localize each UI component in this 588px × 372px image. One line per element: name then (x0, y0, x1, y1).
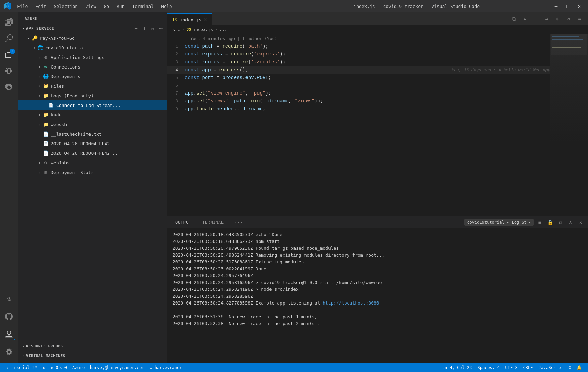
maximize-panel-button[interactable]: ∧ (566, 218, 575, 226)
localhost-link[interactable]: http://localhost:8080 (323, 300, 379, 306)
bell-icon: 🔔 (577, 365, 582, 370)
resource-groups-section[interactable]: › RESOURCE GROUPS (18, 341, 167, 351)
tab-index-js[interactable]: JS index.js ✕ (167, 13, 212, 25)
minimize-button[interactable]: ─ (551, 2, 561, 10)
sidebar-item-file2[interactable]: › 📄 2020_04_26_RD0004FFE42... (18, 148, 167, 158)
app-item[interactable]: ▾ 🌐 covid19tutorial (18, 43, 167, 52)
sidebar-item-deployments[interactable]: › 🌐 Deployments (18, 72, 167, 81)
new-item-button[interactable]: + (133, 25, 140, 32)
line-number-1: 1 (167, 43, 183, 50)
virtual-machines-section[interactable]: › VIRTUAL MACHINES (18, 351, 167, 360)
sidebar-item-kudu[interactable]: › 📁 kudu (18, 110, 167, 120)
sidebar-item-deployment-slots[interactable]: › ▦ Deployment Slots (18, 168, 167, 177)
line-content-9[interactable]: app.locale.header...dirname; (183, 105, 550, 113)
panel-output-content[interactable]: 2020-04-26T03:50:18.648350573Z echo "Don… (167, 228, 588, 363)
activity-debug[interactable] (1, 63, 17, 79)
breadcrumb-file[interactable]: index.js (193, 27, 213, 32)
menu-file[interactable]: File (14, 3, 31, 10)
close-panel-button[interactable]: ✕ (576, 218, 585, 226)
status-sync[interactable]: ↻ (40, 363, 48, 372)
menu-selection[interactable]: Selection (50, 3, 81, 10)
sidebar-item-webssh[interactable]: › 📁 webssh (18, 120, 167, 129)
line-content-4[interactable]: const app = express(); (183, 66, 438, 74)
line-content-8[interactable]: app.set("views", path.join(__dirname, "v… (183, 97, 550, 105)
lock-output-button[interactable]: 🔒 (545, 218, 554, 226)
status-azure[interactable]: Azure: harvey@harveyramer.com (70, 363, 147, 372)
breadcrumb-js-icon: JS (187, 27, 191, 32)
panel-more-button[interactable]: ··· (231, 219, 246, 226)
close-button[interactable]: ✕ (574, 2, 585, 10)
code-editor[interactable]: You, 4 minutes ago | 1 author (You) 1 co… (167, 34, 550, 216)
tab-terminal[interactable]: TERMINAL (197, 216, 229, 228)
breadcrumb-src[interactable]: src (172, 27, 180, 32)
sidebar-item-lastchecktime[interactable]: › 📄 __lastCheckTime.txt (18, 129, 167, 139)
app-service-section[interactable]: ▾ APP SERVICE + ⬆ ↻ ⋯ (18, 24, 167, 33)
activity-github[interactable] (1, 308, 17, 325)
status-encoding[interactable]: UTF-8 (502, 363, 520, 372)
tab-output[interactable]: OUTPUT (170, 216, 197, 228)
editor-area: JS index.js ✕ ⧉ ← · → ⊕ ▱ ⋯ src › JS ind… (167, 12, 588, 363)
maximize-button[interactable]: □ (563, 2, 573, 10)
status-account[interactable]: ⊕ harveyramer (147, 363, 185, 372)
log-line-4: 2020-04-26T03:50:20.498624441Z Removing … (172, 252, 583, 259)
log-stream-icon: 📄 (48, 102, 54, 108)
status-position[interactable]: Ln 4, Col 23 (440, 363, 475, 372)
sidebar-item-file1[interactable]: › 📄 2020_04_26_RD0004FFE42... (18, 139, 167, 148)
sidebar-item-logs[interactable]: ▾ 📁 Logs (Read-only) (18, 91, 167, 100)
go-forward-icon[interactable]: · (531, 15, 541, 23)
activity-explorer[interactable] (1, 14, 17, 30)
status-branch[interactable]: ⑂ tutorial-2* (3, 363, 40, 372)
line-content-2[interactable]: const express = require('express'); (183, 50, 550, 58)
activity-search[interactable] (1, 30, 17, 47)
clear-output-button[interactable]: ≡ (535, 218, 544, 226)
lastchecktime-label: __lastCheckTime.txt (51, 132, 102, 137)
status-feedback[interactable]: ☺ (566, 363, 574, 372)
files-label: Files (51, 84, 64, 89)
split-editor-icon[interactable]: ⧉ (509, 15, 519, 23)
go-back-icon[interactable]: ← (520, 15, 530, 23)
menu-edit[interactable]: Edit (32, 3, 49, 10)
line-content-7[interactable]: app.set("view engine", "pug"); (183, 89, 550, 97)
more-actions-button[interactable]: ⋯ (157, 25, 164, 32)
encoding-label: UTF-8 (505, 365, 517, 370)
line-content-3[interactable]: const routes = require('./routes'); (183, 58, 550, 66)
sidebar-item-connect-log-stream[interactable]: › 📄 Connect to Log Stream... (18, 100, 167, 110)
menu-go[interactable]: Go (100, 3, 112, 10)
subscription-item[interactable]: ▾ 🔑 Pay-As-You-Go (18, 33, 167, 43)
activity-source-control[interactable]: 3 (1, 47, 17, 63)
status-bell[interactable]: 🔔 (574, 363, 585, 372)
status-errors[interactable]: ⊗ 0 ⚠ 0 (48, 363, 70, 372)
open-changes-icon[interactable]: ⊕ (553, 15, 563, 23)
breadcrumb-location[interactable]: ... (219, 27, 227, 32)
line-content-5[interactable]: const port = process.env.PORT; (183, 74, 550, 82)
collapse-button[interactable]: ⬆ (141, 25, 148, 32)
open-in-editor-button[interactable]: ⧉ (556, 218, 565, 226)
output-source-dropdown[interactable]: covid19tutorial - Log St ▾ (464, 219, 534, 226)
log-line-5: 2020-04-26T03:50:20.517303861Z Extractin… (172, 259, 583, 265)
refresh-button[interactable]: ↻ (149, 25, 156, 32)
line-content-1[interactable]: const path = require('path'); (183, 42, 550, 50)
activity-settings[interactable] (1, 344, 17, 360)
menu-help[interactable]: Help (158, 3, 175, 10)
menu-terminal[interactable]: Terminal (129, 3, 157, 10)
activity-extensions[interactable] (1, 79, 17, 96)
activity-flask[interactable]: ⚗ (1, 290, 17, 307)
chevron-right-icon: › (37, 54, 43, 60)
code-line-2: 2 const express = require('express'); (167, 50, 550, 58)
status-line-ending[interactable]: CRLF (520, 363, 536, 372)
sidebar-item-application-settings[interactable]: › ⚙ Application Settings (18, 52, 167, 62)
sidebar-item-files[interactable]: › 📁 Files (18, 81, 167, 91)
status-spaces[interactable]: Spaces: 4 (475, 363, 502, 372)
go-forward-2-icon[interactable]: → (542, 15, 552, 23)
sidebar-item-connections[interactable]: › ∞ Connections (18, 62, 167, 72)
webjobs-icon: ⚙ (43, 160, 49, 166)
more-actions-icon[interactable]: ⋯ (575, 15, 585, 23)
menu-run[interactable]: Run (113, 3, 128, 10)
status-language[interactable]: JavaScript (536, 363, 566, 372)
activity-account[interactable] (1, 326, 17, 343)
split-right-icon[interactable]: ▱ (564, 15, 574, 23)
deployment-slots-label: Deployment Slots (51, 170, 94, 175)
sidebar-item-webjobs[interactable]: › ⚙ WebJobs (18, 158, 167, 168)
menu-view[interactable]: View (82, 3, 99, 10)
tab-close-button[interactable]: ✕ (204, 17, 207, 22)
